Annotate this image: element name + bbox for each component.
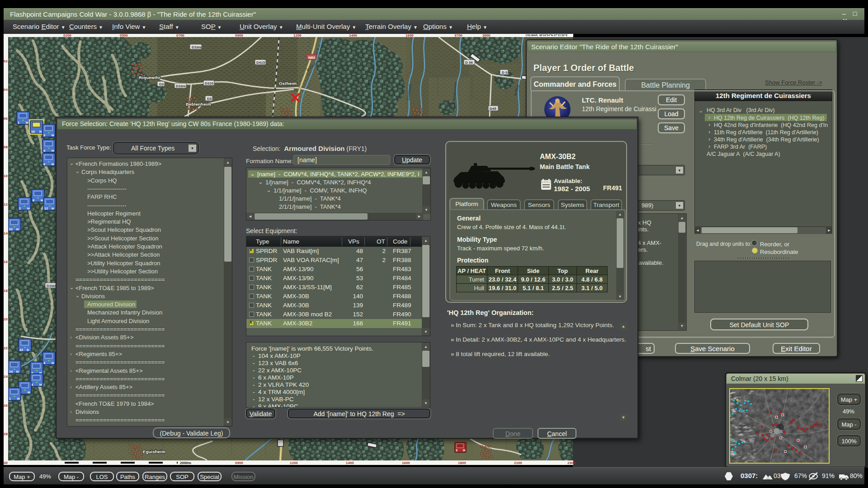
svg-text:Eguisheim: Eguisheim: [143, 449, 165, 454]
svg-text:H: H: [16, 228, 19, 231]
svg-text:12: 12: [44, 207, 48, 210]
svg-text:Riquewihr: Riquewihr: [139, 75, 160, 80]
svg-text:4: 4: [43, 163, 45, 166]
svg-text:1: 1: [9, 397, 11, 400]
svg-text:H: H: [52, 134, 54, 137]
svg-text:H: H: [52, 207, 54, 210]
svg-text:H: H: [17, 397, 19, 400]
svg-text:N83: N83: [308, 56, 315, 60]
svg-text:H: H: [41, 199, 43, 202]
svg-text:S: S: [27, 348, 29, 352]
svg-text:D310: D310: [205, 81, 214, 85]
svg-text:4: 4: [43, 361, 45, 365]
svg-text:10: 10: [31, 130, 35, 133]
svg-text:D 0: D 0: [502, 70, 508, 75]
svg-text:D3: D3: [207, 97, 212, 101]
svg-text:H: H: [52, 149, 54, 152]
svg-text:Ostheim: Ostheim: [279, 81, 297, 86]
svg-text:D 06: D 06: [465, 61, 473, 65]
svg-text:D1bis: D1bis: [192, 45, 202, 49]
svg-text:4: 4: [43, 149, 45, 152]
svg-text:22: 22: [9, 228, 13, 231]
svg-text:3: 3: [456, 449, 458, 452]
svg-text:H: H: [52, 361, 54, 365]
svg-text:H: H: [463, 449, 465, 452]
svg-text:1: 1: [18, 121, 19, 124]
svg-text:6: 6: [33, 199, 34, 202]
svg-text:H: H: [52, 163, 54, 166]
svg-text:D45: D45: [490, 107, 496, 111]
svg-text:H: H: [28, 391, 30, 394]
svg-text:14: 14: [9, 370, 13, 373]
svg-text:3: 3: [43, 134, 45, 137]
svg-text:D1bis: D1bis: [176, 84, 186, 88]
svg-text:22: 22: [19, 348, 23, 352]
svg-text:D415: D415: [256, 61, 265, 65]
svg-text:H: H: [26, 121, 28, 124]
svg-text:l'Ill: l'Ill: [367, 83, 371, 87]
svg-text:H: H: [16, 370, 19, 373]
svg-text:Beblenheim: Beblenheim: [186, 102, 211, 107]
svg-text:2: 2: [19, 207, 21, 210]
svg-text:H: H: [27, 207, 29, 210]
svg-text:D1bis: D1bis: [47, 284, 57, 288]
svg-text:D3: D3: [159, 82, 164, 86]
svg-text:H: H: [39, 130, 42, 133]
svg-text:H: H: [39, 383, 42, 386]
